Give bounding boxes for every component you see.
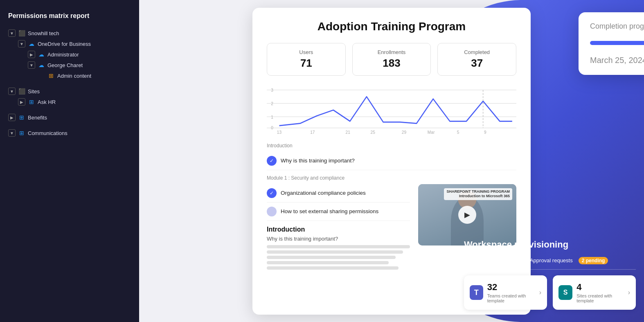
teams-card-left: T 32 Teams created with template <box>470 282 539 303</box>
teams-card[interactable]: T 32 Teams created with template › <box>464 275 547 310</box>
office-icon-sites: ⬛ <box>18 88 25 95</box>
left-panel: Permissions matrix report ▼ ⬛ Snowhill t… <box>0 0 139 322</box>
svg-text:29: 29 <box>402 129 406 134</box>
svg-text:5: 5 <box>457 129 459 134</box>
tree-item-benefits[interactable]: ▶ ⊞ Benefits <box>8 112 131 123</box>
office-icon-snowhill: ⬛ <box>18 29 25 37</box>
intro-section-title: Introduction <box>267 226 410 233</box>
label-administrator: Administrator <box>47 52 79 58</box>
progress-bar-bg <box>590 41 644 45</box>
label-george: George Charet <box>47 62 83 68</box>
teams-icon: T <box>470 285 483 300</box>
check-icon-2: ✓ <box>267 188 277 198</box>
text-line-1 <box>267 245 410 248</box>
sharepoint-card-left: S 4 Sites created with template <box>558 282 628 303</box>
toggle-sites[interactable]: ▼ <box>8 88 16 95</box>
video-label: SHAREPOINT TRAINING PROGRAM Introduction… <box>444 188 512 200</box>
sites-icon-askhr: ⊞ <box>28 98 35 106</box>
sharepoint-icon-ws: S <box>558 285 572 300</box>
completion-title: Completion progress <box>590 22 644 31</box>
completion-date: March 25, 2024 <box>590 56 644 65</box>
toggle-communications[interactable]: ▼ <box>8 129 16 137</box>
activity-chart: 3 2 1 0 13 17 21 25 29 Mar 5 9 <box>267 86 516 135</box>
label-ask-hr: Ask HR <box>38 99 56 105</box>
tree-item-admin-content[interactable]: ⊞ Admin content <box>8 70 131 81</box>
label-communications: Communications <box>28 130 68 136</box>
toggle-administrator[interactable]: ▶ <box>28 51 35 58</box>
sharepoint-card-arrow: › <box>628 289 630 296</box>
stats-row: Users 71 Enrollments 183 Completed 37 <box>267 43 516 76</box>
tree-item-sites[interactable]: ▼ ⬛ Sites <box>8 86 131 97</box>
onedrive-icon: ☁ <box>28 40 35 47</box>
workspace-tabs: Workspace templates | Approval requests … <box>464 256 636 270</box>
stat-enrollments-value: 183 <box>359 57 424 70</box>
stat-enrollments-label: Enrollments <box>359 49 424 55</box>
sharepoint-card-label: Sites created with template <box>576 293 628 303</box>
tree-root: ▼ ⬛ Snowhill tech ▼ ☁ OneDrive for Busin… <box>8 28 131 138</box>
video-thumbnail[interactable]: SHAREPOINT TRAINING PROGRAM Introduction… <box>418 184 516 245</box>
tree-item-ask-hr[interactable]: ▶ ⊞ Ask HR <box>8 97 131 107</box>
progress-row: 60% <box>590 36 644 49</box>
approval-badge: 2 pending <box>579 257 608 264</box>
svg-text:3: 3 <box>271 87 273 92</box>
tab-approval-requests[interactable]: Approval requests <box>527 256 576 265</box>
svg-text:Mar: Mar <box>428 129 435 134</box>
intro-section-subtitle: Why is this training important? <box>267 236 410 242</box>
text-lines <box>267 245 410 270</box>
workspace-cards: T 32 Teams created with template › S 4 S… <box>464 275 636 310</box>
teams-card-number: 32 <box>487 282 539 293</box>
tree-item-snowhill[interactable]: ▼ ⬛ Snowhill tech <box>8 28 131 38</box>
checklist-item-3[interactable]: How to set external sharing permissions <box>267 203 410 221</box>
module1-label: Module 1 : Security and compliance <box>267 175 516 181</box>
svg-text:0: 0 <box>271 125 273 130</box>
svg-text:1: 1 <box>271 114 273 119</box>
tab-separator: | <box>523 257 525 264</box>
stat-users-value: 71 <box>274 57 339 70</box>
workspace-title: Workspace provisioning <box>464 239 636 250</box>
tree-item-onedrive[interactable]: ▼ ☁ OneDrive for Business <box>8 38 131 49</box>
toggle-snowhill[interactable]: ▼ <box>8 29 16 37</box>
sharepoint-card-info: 4 Sites created with template <box>576 282 628 303</box>
svg-text:17: 17 <box>310 129 315 134</box>
text-line-4 <box>267 261 389 264</box>
permissions-title: Permissions matrix report <box>8 12 131 20</box>
svg-text:9: 9 <box>484 129 486 134</box>
checklist-item-1[interactable]: ✓ Why is this training important? <box>267 152 516 170</box>
label-benefits: Benefits <box>28 115 47 121</box>
text-line-3 <box>267 256 396 259</box>
stat-enrollments: Enrollments 183 <box>352 43 431 76</box>
hand-cursor-icon: 🤚 <box>642 223 644 261</box>
workspace-provisioning-panel: Workspace provisioning Workspace templat… <box>464 239 636 310</box>
stat-users-label: Users <box>274 49 339 55</box>
content-icon: ⊞ <box>47 72 55 79</box>
toggle-benefits[interactable]: ▶ <box>8 114 16 121</box>
introduction-label: Introduction <box>267 143 516 149</box>
card-title: Adoption Training Program <box>267 20 516 33</box>
stat-completed-label: Completed <box>444 49 509 55</box>
toggle-george[interactable]: ▼ <box>28 61 35 69</box>
tab-workspace-templates[interactable]: Workspace templates <box>464 256 522 265</box>
svg-text:2: 2 <box>271 101 273 106</box>
tree-item-communications[interactable]: ▼ ⊞ Communications <box>8 128 131 138</box>
sharepoint-icon-admin: ☁ <box>38 51 45 58</box>
sharepoint-icon-george: ☁ <box>38 61 45 69</box>
text-line-2 <box>267 250 403 254</box>
toggle-ask-hr[interactable]: ▶ <box>18 98 25 106</box>
svg-text:13: 13 <box>277 129 281 134</box>
stat-users: Users 71 <box>267 43 346 76</box>
video-label-line2: Introduction to Microsoft 365 <box>459 194 510 198</box>
video-play-button[interactable]: ▶ <box>458 206 476 224</box>
checklist-item-2[interactable]: ✓ Organizational compliance policies <box>267 184 410 203</box>
label-onedrive: OneDrive for Business <box>38 41 91 47</box>
left-list: ✓ Organizational compliance policies How… <box>267 184 410 270</box>
tree-item-administrator[interactable]: ▶ ☁ Administrator <box>8 49 131 60</box>
label-admin-content: Admin content <box>57 73 91 79</box>
tree-item-george[interactable]: ▼ ☁ George Charet <box>8 60 131 70</box>
checklist-text-1: Why is this training important? <box>281 158 355 164</box>
toggle-onedrive[interactable]: ▼ <box>18 40 25 47</box>
checklist-text-3: How to set external sharing permissions <box>281 208 378 214</box>
video-label-line1: SHAREPOINT TRAINING PROGRAM <box>446 189 510 194</box>
intro-section: Introduction Why is this training import… <box>267 226 410 270</box>
stat-completed: Completed 37 <box>437 43 516 76</box>
sharepoint-card[interactable]: S 4 Sites created with template › <box>553 275 636 310</box>
